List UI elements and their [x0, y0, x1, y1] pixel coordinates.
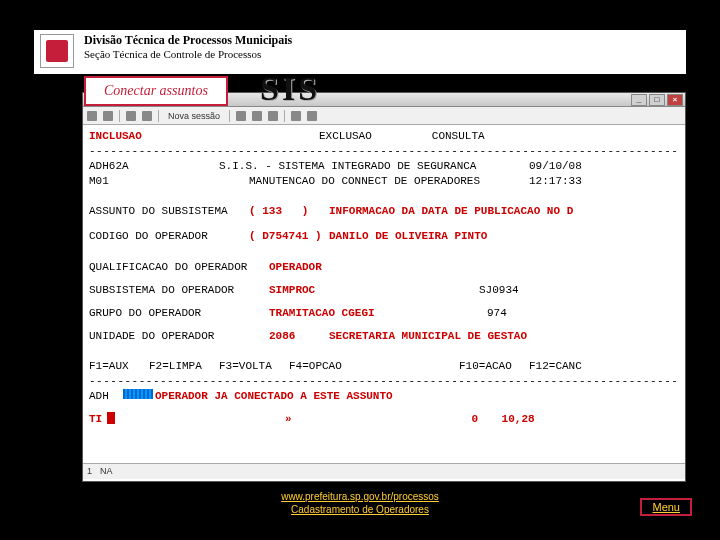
bottom-zero: 0: [472, 412, 502, 427]
status-message: OPERADOR JA CONECTADO A ESTE ASSUNTO: [155, 389, 393, 404]
subsis-code: SJ0934: [479, 283, 519, 298]
menu-exclusao[interactable]: EXCLUSAO: [319, 129, 372, 144]
toolbar-novasessao[interactable]: Nova sessão: [165, 111, 223, 121]
subsis-value: SIMPROC: [269, 283, 479, 298]
f12-key[interactable]: F12=CANC: [529, 359, 582, 374]
tool-icon[interactable]: [142, 111, 152, 121]
tool-icon[interactable]: [103, 111, 113, 121]
screen-code: ADH62A: [89, 159, 219, 174]
date-value: 09/10/08: [529, 159, 582, 174]
cursor: [107, 412, 115, 424]
unidade-desc: SECRETARIA MUNICIPAL DE GESTAO: [329, 329, 527, 344]
city-crest-logo: [40, 34, 74, 68]
f3-key[interactable]: F3=VOLTA: [219, 359, 289, 374]
tool-icon[interactable]: [268, 111, 278, 121]
ti-label: TI: [89, 412, 107, 427]
header-division: Divisão Técnica de Processos Municipais …: [84, 34, 292, 60]
footer-link-cadastramento[interactable]: Cadastramento de Operadores: [0, 503, 720, 516]
close-button[interactable]: ×: [667, 94, 683, 106]
toolbar: Nova sessão: [83, 107, 685, 125]
tab-conectar-assuntos[interactable]: Conectar assuntos: [84, 76, 228, 106]
tool-icon[interactable]: [307, 111, 317, 121]
f2-key[interactable]: F2=LIMPA: [149, 359, 219, 374]
grupo-code: 974: [487, 306, 507, 321]
f1-key[interactable]: F1=AUX: [89, 359, 149, 374]
anim-icon: [123, 389, 153, 399]
m-code: M01: [89, 174, 249, 189]
unidade-value: 2086: [269, 329, 329, 344]
divider: ----------------------------------------…: [89, 144, 679, 159]
subsis-label: SUBSISTEMA DO OPERADOR: [89, 283, 269, 298]
screen-subtitle: MANUTENCAO DO CONNECT DE OPERADORES: [249, 174, 529, 189]
menu-button[interactable]: Menu: [640, 498, 692, 516]
codigo-value[interactable]: ( D754741 ): [249, 229, 329, 244]
maximize-button[interactable]: □: [649, 94, 665, 106]
footer-link-url[interactable]: www.prefeitura.sp.gov.br/processos: [0, 490, 720, 503]
tool-icon[interactable]: [87, 111, 97, 121]
footer-links: www.prefeitura.sp.gov.br/processos Cadas…: [0, 490, 720, 516]
f10-key[interactable]: F10=ACAO: [459, 359, 529, 374]
codigo-desc: DANILO DE OLIVEIRA PINTO: [329, 229, 487, 244]
terminal-body: INCLUSAO EXCLUSAO CONSULTA -------------…: [83, 125, 685, 479]
menu-consulta[interactable]: CONSULTA: [432, 129, 485, 144]
tool-icon[interactable]: [252, 111, 262, 121]
window-statusbar: 1 NA: [83, 463, 685, 479]
menu-inclusao[interactable]: INCLUSAO: [89, 129, 149, 144]
tool-icon[interactable]: [126, 111, 136, 121]
status-left: 1: [87, 465, 92, 477]
qualif-label: QUALIFICACAO DO OPERADOR: [89, 260, 269, 275]
qualif-value: OPERADOR: [269, 260, 322, 275]
header-line1: Divisão Técnica de Processos Municipais: [84, 34, 292, 48]
minimize-button[interactable]: _: [631, 94, 647, 106]
grupo-label: GRUPO DO OPERADOR: [89, 306, 269, 321]
status-mid: NA: [100, 465, 113, 477]
arrow-indicator: »: [285, 412, 292, 427]
assunto-value[interactable]: ( 133 ): [249, 204, 329, 219]
tool-icon[interactable]: [291, 111, 301, 121]
header-line2: Seção Técnica de Controle de Processos: [84, 48, 292, 61]
grupo-value: TRAMITACAO CGEGI: [269, 306, 487, 321]
time-value: 12:17:33: [529, 174, 582, 189]
tool-icon[interactable]: [236, 111, 246, 121]
assunto-label: ASSUNTO DO SUBSISTEMA: [89, 204, 249, 219]
assunto-desc: INFORMACAO DA DATA DE PUBLICACAO NO D: [329, 204, 573, 219]
screen-title: S.I.S. - SISTEMA INTEGRADO DE SEGURANCA: [219, 159, 529, 174]
terminal-window: _ □ × Nova sessão INCLUSAO EXCLUSAO CONS…: [82, 92, 686, 482]
sis-logo: SIS: [260, 70, 320, 108]
cursor-coords: 10,28: [502, 412, 535, 427]
f4-key[interactable]: F4=OPCAO: [289, 359, 459, 374]
codigo-label: CODIGO DO OPERADOR: [89, 229, 249, 244]
unidade-label: UNIDADE DO OPERADOR: [89, 329, 269, 344]
function-keys: F1=AUX F2=LIMPA F3=VOLTA F4=OPCAO F10=AC…: [89, 359, 679, 374]
divider: ----------------------------------------…: [89, 374, 679, 389]
msg-prefix: ADH: [89, 389, 121, 404]
